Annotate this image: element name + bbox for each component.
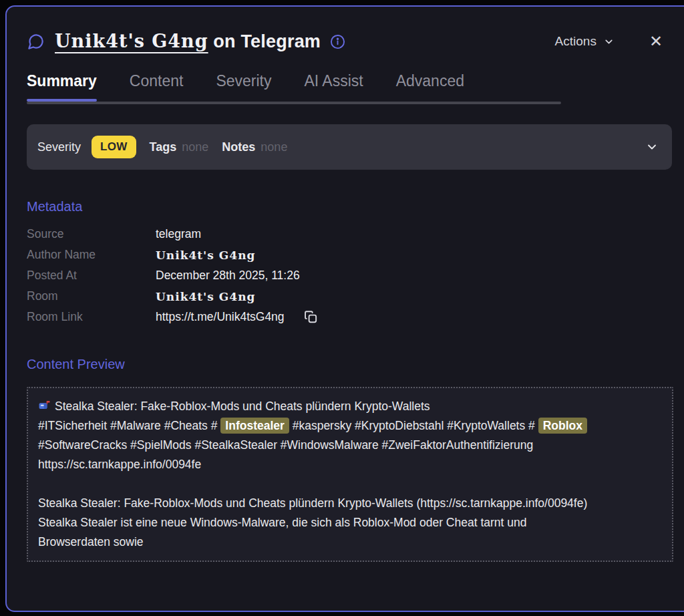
content-line xyxy=(38,474,662,494)
tags-label: Tags xyxy=(150,140,177,154)
tab-severity[interactable]: Severity xyxy=(216,72,271,102)
metadata-row-room-link: Room Linkhttps://t.me/Unik4tsG4ng xyxy=(27,307,672,327)
tab-summary[interactable]: Summary xyxy=(27,72,97,102)
metadata-value-text: Unik4t's G4ng xyxy=(156,290,255,303)
metadata-row-source: Sourcetelegram xyxy=(27,224,672,245)
severity-badge: LOW xyxy=(92,136,136,158)
metadata-row-posted-at: Posted AtDecember 28th 2025, 11:26 xyxy=(27,265,672,286)
notes-label: Notes xyxy=(222,140,255,154)
metadata-row-author-name: Author NameUnik4t's G4ng xyxy=(27,245,672,265)
metadata-value-text: telegram xyxy=(156,227,201,241)
actions-button[interactable]: Actions xyxy=(555,34,615,49)
modal-header: Unik4t's G4ng on Telegram Actions ✕ xyxy=(27,31,672,52)
severity-label: Severity xyxy=(37,140,81,154)
mailbox-emoji xyxy=(38,399,51,412)
metadata-label: Posted At xyxy=(27,269,156,283)
close-button[interactable]: ✕ xyxy=(649,33,663,49)
highlighted-keyword: Roblox xyxy=(538,418,587,434)
metadata-label: Author Name xyxy=(27,248,156,262)
metadata-heading: Metadata xyxy=(27,199,672,214)
content-line: https://sc.tarnkappe.info/0094fe xyxy=(38,455,662,474)
room-title-suffix: on Telegram xyxy=(213,31,321,51)
actions-label: Actions xyxy=(555,34,596,49)
tab-bar: SummaryContentSeverityAI AssistAdvanced xyxy=(27,72,561,104)
copy-icon[interactable] xyxy=(303,309,319,325)
expand-chevron-icon[interactable] xyxy=(645,140,659,154)
content-preview-box: Stealka Stealer: Fake-Roblox-Mods und Ch… xyxy=(27,387,673,562)
tab-content[interactable]: Content xyxy=(130,72,184,102)
tab-advanced[interactable]: Advanced xyxy=(396,72,464,102)
notes-value: none xyxy=(261,140,287,154)
post-detail-modal: Unik4t's G4ng on Telegram Actions ✕ Summ… xyxy=(5,5,684,612)
content-text: #SoftwareCracks #SpielMods #StealkaSteal… xyxy=(38,438,533,452)
metadata-value-text: Unik4t's G4ng xyxy=(156,249,255,262)
metadata-value: https://t.me/Unik4tsG4ng xyxy=(156,309,319,325)
content-line: #ITSicherheit #Malware #Cheats # Infoste… xyxy=(38,416,662,436)
content-line: Stealka Stealer: Fake-Roblox-Mods und Ch… xyxy=(38,494,662,513)
content-text: Stealka Stealer ist eine neue Windows-Ma… xyxy=(38,516,526,529)
room-title-name: Unik4t's G4ng xyxy=(55,31,208,51)
content-text: https://sc.tarnkappe.info/0094fe xyxy=(38,458,201,471)
content-text: Browserdaten sowie xyxy=(38,535,144,549)
content-line: Stealka Stealer ist eine neue Windows-Ma… xyxy=(38,513,662,532)
tab-ai-assist[interactable]: AI Assist xyxy=(304,72,363,102)
content-text: Stealka Stealer: Fake-Roblox-Mods und Ch… xyxy=(55,400,430,413)
metadata-label: Room Link xyxy=(27,310,156,324)
content-preview-heading: Content Preview xyxy=(27,357,672,372)
metadata-label: Room xyxy=(27,289,156,303)
content-line: Stealka Stealer: Fake-Roblox-Mods und Ch… xyxy=(38,397,662,416)
metadata-value: Unik4t's G4ng xyxy=(156,290,255,303)
metadata-value-text: https://t.me/Unik4tsG4ng xyxy=(156,310,285,324)
metadata-value: telegram xyxy=(156,227,201,241)
content-text: #kaspersky #KryptoDiebstahl #KryptoWalle… xyxy=(289,419,538,432)
metadata-table: SourcetelegramAuthor NameUnik4t's G4ngPo… xyxy=(27,224,672,327)
content-text: Stealka Stealer: Fake-Roblox-Mods und Ch… xyxy=(38,496,587,510)
content-line: #SoftwareCracks #SpielMods #StealkaSteal… xyxy=(38,436,662,455)
tags-value: none xyxy=(182,140,208,154)
metadata-label: Source xyxy=(27,227,156,241)
metadata-value: December 28th 2025, 11:26 xyxy=(156,269,300,283)
info-icon[interactable] xyxy=(330,34,345,49)
metadata-row-room: RoomUnik4t's G4ng xyxy=(27,286,672,307)
content-text: #ITSicherheit #Malware #Cheats # xyxy=(38,419,220,432)
chevron-down-icon xyxy=(603,36,615,47)
severity-summary-bar[interactable]: Severity LOW Tags none Notes none xyxy=(27,124,672,170)
content-line: Browserdaten sowie xyxy=(38,532,662,552)
metadata-value-text: December 28th 2025, 11:26 xyxy=(156,269,300,283)
tabs-underline-rule xyxy=(27,102,561,104)
page-title: Unik4t's G4ng on Telegram xyxy=(55,31,321,52)
chat-bubble-icon xyxy=(27,33,45,51)
metadata-value: Unik4t's G4ng xyxy=(156,249,255,262)
highlighted-keyword: Infostealer xyxy=(220,418,289,434)
